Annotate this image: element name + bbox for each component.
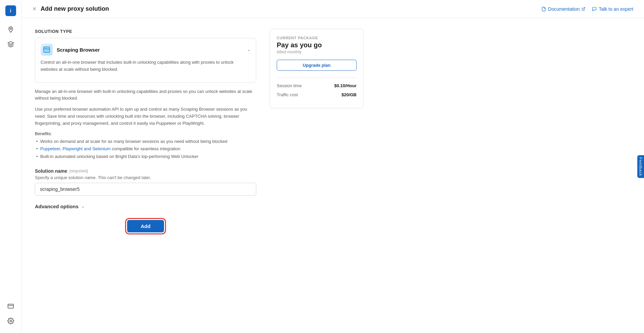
advanced-chevron-icon: ⌄ [81,204,85,209]
svg-point-4 [10,320,11,322]
right-panel: CURRENT PACKAGE Pay as you go billed mon… [270,29,364,232]
solution-icon [41,44,53,56]
sidebar-item-settings[interactable] [4,314,17,328]
session-time-row: Session time $0.10/Hour [277,83,357,88]
solution-type-card: Scraping Browser ⌄ Control an all-in-one… [35,38,256,83]
sidebar: i [0,0,21,333]
chat-icon [592,7,597,11]
add-button-row: Add [35,220,256,232]
close-button[interactable]: ✕ [32,6,37,12]
advanced-options-toggle[interactable]: Advanced options ⌄ [35,204,256,209]
sidebar-item-location[interactable] [4,23,17,36]
svg-point-9 [46,48,46,49]
page-header: ✕ Add new proxy solution Documentation [21,0,644,18]
package-card: CURRENT PACKAGE Pay as you go billed mon… [270,29,364,108]
solution-full-desc-1: Manage an all-in-one browser with built-… [35,88,256,102]
benefit-item-2: Puppeteer, Playwright and Selenium compa… [35,146,256,153]
documentation-link[interactable]: Documentation [541,6,585,12]
required-indicator: (required) [69,168,88,173]
add-button[interactable]: Add [127,220,164,232]
talk-to-expert-link[interactable]: Talk to an expert [592,6,633,12]
package-name: Pay as you go [277,41,357,49]
svg-point-0 [10,28,11,29]
solution-name-input[interactable] [35,183,256,196]
solution-name-hint: Specify a unique solution name. This can… [35,175,256,180]
header-links: Documentation Talk to an expert [541,6,633,12]
solution-name-section: Solution name (required) Specify a uniqu… [35,168,256,196]
benefits-list: Works on demand and at scale for as many… [35,138,256,160]
solution-title-row: Scraping Browser [41,44,100,56]
benefit-item-3: Built-in automated unlocking based on Br… [35,153,256,160]
sidebar-item-billing[interactable] [4,299,17,313]
documentation-label: Documentation [548,6,580,12]
benefit-item-1: Works on demand and at scale for as many… [35,138,256,145]
sidebar-item-layers[interactable] [4,38,17,51]
package-billing: billed monthly [277,50,357,54]
solution-short-desc: Control an all-in-one browser that inclu… [41,59,251,73]
app-logo: i [5,5,16,16]
upgrade-plan-button[interactable]: Upgrade plan [277,60,357,71]
session-time-value: $0.10/Hour [334,83,357,88]
advanced-options-label: Advanced options [35,204,78,209]
solution-type-label: Solution type [35,29,256,34]
traffic-cost-value: $20/GB [341,92,357,97]
main-form: Solution type Scrap [35,29,256,232]
document-icon [541,7,546,11]
svg-rect-2 [8,304,13,308]
expert-label: Talk to an expert [599,6,633,12]
browser-icon [43,46,50,53]
svg-line-5 [583,7,585,9]
solution-name-field-label: Solution name (required) [35,168,256,174]
svg-point-8 [45,48,45,49]
solution-chevron-icon: ⌄ [247,47,251,52]
svg-marker-1 [8,42,13,44]
puppeteer-link[interactable]: Puppeteer, Playwright and Selenium [40,146,111,151]
solution-full-desc-2: Use your preferred browser automation AP… [35,106,256,127]
traffic-cost-label: Traffic cost [277,92,298,97]
package-label: CURRENT PACKAGE [277,36,357,40]
feedback-tab[interactable]: Feedback [637,155,644,178]
session-time-label: Session time [277,83,302,88]
traffic-cost-row: Traffic cost $20/GB [277,92,357,97]
external-link-icon [582,7,585,11]
benefits-title: Benefits: [35,131,256,136]
package-divider [277,77,357,78]
solution-name-display: Scraping Browser [57,47,100,53]
main-content: ✕ Add new proxy solution Documentation [21,0,644,333]
solution-card-header[interactable]: Scraping Browser ⌄ [41,44,251,56]
content-area: Solution type Scrap [21,18,424,243]
svg-rect-6 [44,47,50,53]
page-title: Add new proxy solution [41,5,541,12]
